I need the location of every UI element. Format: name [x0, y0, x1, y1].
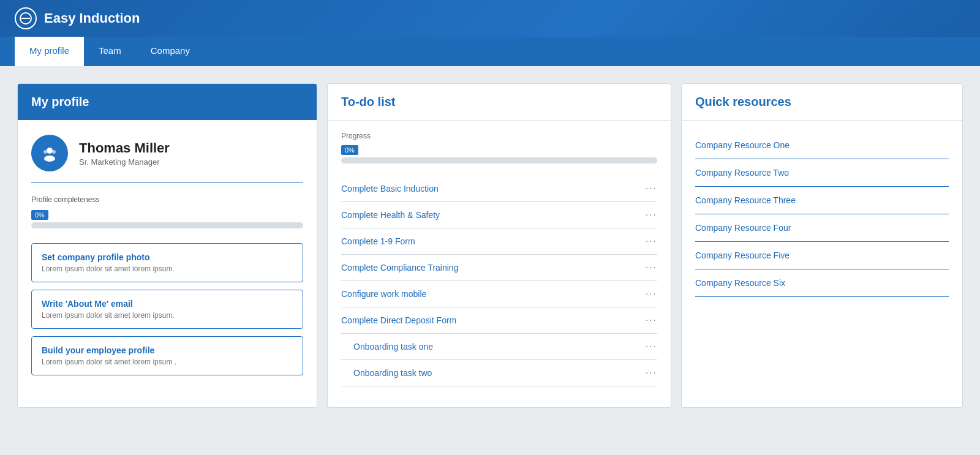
todo-item-8-menu[interactable]: ···	[646, 367, 657, 378]
profile-progress-badge: 0%	[31, 210, 48, 220]
todo-item-7-text: Onboarding task one	[353, 342, 433, 352]
todo-item-7-menu[interactable]: ···	[646, 341, 657, 352]
todo-item-8-text: Onboarding task two	[353, 368, 432, 378]
nav-item-my-profile[interactable]: My profile	[15, 37, 84, 66]
svg-point-4	[43, 150, 47, 154]
profile-progress-track	[31, 222, 303, 228]
action-card-about-title: Write 'About Me' email	[42, 299, 293, 309]
todo-progress-section: Progress 0%	[341, 132, 657, 164]
todo-item-3-text: Complete 1-9 Form	[341, 236, 415, 246]
nav-item-company[interactable]: Company	[136, 37, 205, 66]
resource-item-1[interactable]: Company Resource One	[695, 132, 949, 159]
todo-item-4[interactable]: Complete Compliance Training ···	[341, 255, 657, 281]
todo-card-body: Progress 0% Complete Basic Induction ···…	[328, 121, 671, 397]
resource-item-5[interactable]: Company Resource Five	[695, 242, 949, 269]
user-info: Thomas Miller Sr. Marketing Manager	[79, 140, 170, 167]
resource-item-6[interactable]: Company Resource Six	[695, 269, 949, 297]
app-header: Easy Induction	[0, 0, 980, 37]
resources-card-header: Quick resources	[682, 84, 962, 121]
profile-completeness-section: Profile completeness 0%	[31, 195, 303, 228]
svg-point-3	[44, 156, 55, 162]
todo-item-4-menu[interactable]: ···	[646, 262, 657, 273]
resource-item-6-text: Company Resource Six	[695, 278, 785, 288]
todo-item-7[interactable]: Onboarding task one ···	[341, 334, 657, 360]
resource-item-3-text: Company Resource Three	[695, 195, 796, 205]
user-name: Thomas Miller	[79, 140, 170, 156]
todo-item-2-text: Complete Health & Safety	[341, 210, 440, 220]
todo-item-6-menu[interactable]: ···	[646, 315, 657, 326]
todo-progress-track	[341, 157, 657, 164]
todo-card: To-do list Progress 0% Complete Basic In…	[327, 83, 671, 408]
todo-item-5[interactable]: Configure work mobile ···	[341, 281, 657, 307]
avatar	[31, 135, 68, 171]
todo-item-1-menu[interactable]: ···	[646, 183, 657, 194]
nav-bar: My profile Team Company	[0, 37, 980, 66]
svg-point-2	[47, 148, 53, 154]
profile-card: My profile Thomas Miller Sr. Marketing M…	[17, 83, 317, 408]
action-card-photo-title: Set company profile photo	[42, 252, 293, 262]
resources-card: Quick resources Company Resource One Com…	[681, 83, 963, 408]
todo-item-8[interactable]: Onboarding task two ···	[341, 360, 657, 386]
todo-item-6[interactable]: Complete Direct Deposit Form ···	[341, 307, 657, 334]
action-card-build[interactable]: Build your employee profile Lorem ipsum …	[31, 336, 303, 375]
todo-item-2-menu[interactable]: ···	[646, 209, 657, 220]
action-card-photo-desc: Lorem ipsum dolor sit amet lorem ipsum.	[42, 265, 293, 273]
svg-point-5	[52, 150, 56, 154]
resource-item-1-text: Company Resource One	[695, 140, 790, 150]
action-card-build-desc: Lorem ipsum dolor sit amet lorem ipsum .	[42, 358, 293, 366]
todo-item-3-menu[interactable]: ···	[646, 236, 657, 247]
profile-card-header: My profile	[18, 84, 317, 120]
action-card-about[interactable]: Write 'About Me' email Lorem ipsum dolor…	[31, 290, 303, 329]
resource-item-4-text: Company Resource Four	[695, 223, 791, 233]
resource-item-2-text: Company Resource Two	[695, 168, 789, 178]
app-title: Easy Induction	[44, 10, 140, 26]
todo-item-5-menu[interactable]: ···	[646, 288, 657, 299]
todo-item-6-text: Complete Direct Deposit Form	[341, 315, 456, 325]
resource-item-2[interactable]: Company Resource Two	[695, 159, 949, 187]
todo-item-2[interactable]: Complete Health & Safety ···	[341, 202, 657, 228]
action-card-build-title: Build your employee profile	[42, 345, 293, 355]
todo-progress-label: Progress	[341, 132, 657, 140]
resource-item-4[interactable]: Company Resource Four	[695, 214, 949, 242]
profile-card-title: My profile	[31, 95, 89, 108]
profile-user-section: Thomas Miller Sr. Marketing Manager	[31, 135, 303, 183]
todo-item-4-text: Complete Compliance Training	[341, 263, 458, 273]
resources-card-body: Company Resource One Company Resource Tw…	[682, 121, 962, 308]
logo-icon	[15, 7, 37, 29]
completeness-label: Profile completeness	[31, 195, 303, 204]
resource-item-3[interactable]: Company Resource Three	[695, 187, 949, 214]
todo-card-header: To-do list	[328, 84, 671, 121]
resource-item-5-text: Company Resource Five	[695, 250, 790, 260]
todo-item-1-text: Complete Basic Induction	[341, 184, 439, 194]
todo-card-title: To-do list	[341, 95, 657, 109]
todo-item-3[interactable]: Complete 1-9 Form ···	[341, 228, 657, 255]
todo-progress-badge: 0%	[341, 145, 358, 155]
action-card-about-desc: Lorem ipsum dolor sit amet lorem ipsum.	[42, 311, 293, 320]
todo-item-1[interactable]: Complete Basic Induction ···	[341, 176, 657, 202]
user-job-title: Sr. Marketing Manager	[79, 157, 170, 167]
resources-card-title: Quick resources	[695, 95, 949, 109]
nav-item-team[interactable]: Team	[84, 37, 136, 66]
todo-item-5-text: Configure work mobile	[341, 289, 426, 299]
action-card-photo[interactable]: Set company profile photo Lorem ipsum do…	[31, 243, 303, 282]
main-content: My profile Thomas Miller Sr. Marketing M…	[0, 66, 980, 425]
app-logo: Easy Induction	[15, 7, 140, 29]
profile-card-body: Thomas Miller Sr. Marketing Manager Prof…	[18, 120, 317, 397]
